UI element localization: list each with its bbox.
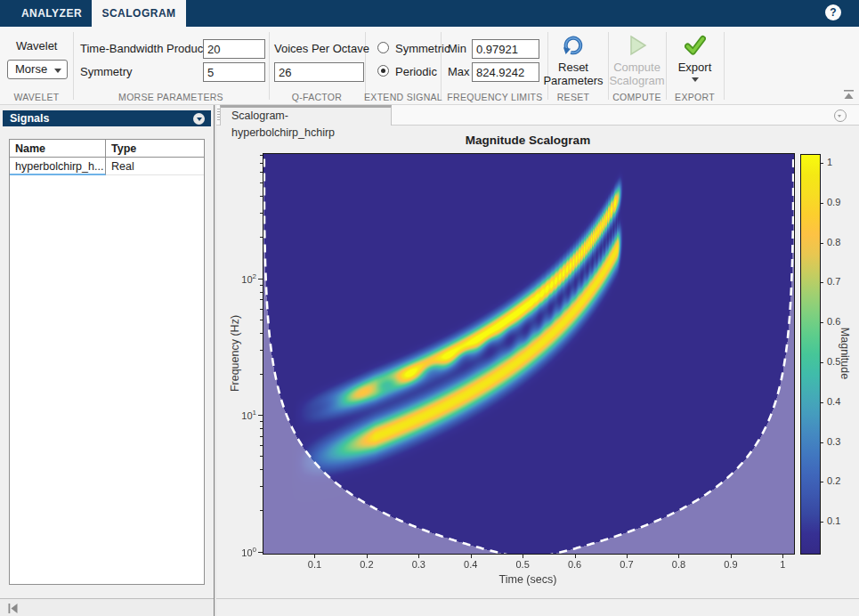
y-minor-tick bbox=[260, 292, 263, 293]
freq-max-label: Max bbox=[448, 65, 470, 78]
main-bottom-strip bbox=[216, 598, 859, 616]
x-tick-label: 0.5 bbox=[509, 559, 536, 570]
x-tick-label: 0.4 bbox=[458, 559, 484, 570]
wavelet-caption: WAVELET bbox=[5, 92, 68, 102]
freq-min-label: Min bbox=[448, 42, 466, 55]
y-minor-tick bbox=[260, 421, 263, 422]
collapse-panel-icon[interactable] bbox=[7, 603, 19, 614]
panel-menu-icon[interactable] bbox=[193, 113, 205, 125]
wavelet-label: Wavelet bbox=[16, 39, 57, 53]
scalogram-doc-tab[interactable]: Scalogram-hyperbolchirp_hchirp bbox=[220, 105, 392, 126]
x-tick-label: 0.3 bbox=[405, 559, 432, 570]
ribbon-toolbar: Wavelet Morse WAVELET Time-Bandwidth Pro… bbox=[0, 27, 859, 105]
y-axis-label: Frequency (Hz) bbox=[229, 229, 241, 478]
reset-caption: RESET bbox=[539, 92, 608, 102]
y-minor-tick bbox=[260, 213, 263, 214]
y-tick bbox=[258, 552, 263, 553]
y-minor-tick bbox=[260, 428, 263, 429]
voices-input[interactable] bbox=[274, 62, 364, 82]
colorbar-tick-label: 1 bbox=[827, 157, 852, 167]
colorbar[interactable] bbox=[800, 154, 821, 555]
colorbar-tick-label: 0.1 bbox=[827, 515, 852, 526]
y-minor-tick bbox=[260, 155, 263, 156]
export-check-icon bbox=[685, 35, 706, 56]
collapse-ribbon-icon[interactable] bbox=[843, 89, 855, 101]
x-tick-label: 1 bbox=[769, 559, 796, 570]
y-tick bbox=[258, 415, 263, 416]
section-divider bbox=[73, 32, 74, 100]
signals-table: Name Type hyperbolchirp_h... Real bbox=[9, 139, 205, 585]
tab-analyzer[interactable]: ANALYZER bbox=[18, 0, 85, 27]
x-tick bbox=[678, 554, 679, 558]
wavelet-dropdown[interactable]: Morse bbox=[7, 60, 68, 79]
compute-caption: COMPUTE bbox=[608, 92, 666, 102]
voices-label: Voices Per Octave bbox=[274, 42, 369, 55]
x-tick bbox=[367, 554, 368, 558]
symmetry-input[interactable] bbox=[203, 62, 265, 82]
x-tick bbox=[314, 554, 315, 558]
x-tick bbox=[731, 554, 732, 558]
column-header-type[interactable]: Type bbox=[106, 140, 204, 158]
signals-panel-title: Signals bbox=[10, 110, 49, 126]
radio-periodic[interactable] bbox=[377, 65, 389, 77]
x-tick-label: 0.1 bbox=[301, 559, 328, 570]
scalogram-panel: Scalogram-hyperbolchirp_hchirp Magnitude… bbox=[216, 105, 859, 616]
compute-scalogram-button[interactable]: Compute Scalogram bbox=[608, 32, 666, 89]
reset-parameters-button[interactable]: Reset Parameters bbox=[539, 32, 608, 89]
x-axis-label: Time (secs) bbox=[263, 573, 793, 586]
x-tick-label: 0.7 bbox=[613, 559, 640, 570]
compute-label-line1: Compute bbox=[608, 61, 666, 74]
y-tick-label: 100 bbox=[233, 546, 256, 558]
symmetric-label: Symmetric bbox=[395, 42, 450, 55]
colorbar-label: Magnitude bbox=[839, 229, 851, 478]
periodic-label: Periodic bbox=[395, 65, 437, 78]
x-tick-label: 0.9 bbox=[717, 559, 744, 570]
signal-row-type[interactable]: Real bbox=[106, 158, 204, 175]
x-tick-label: 0.8 bbox=[665, 559, 692, 570]
tab-scalogram[interactable]: SCALOGRAM bbox=[92, 0, 186, 27]
qfactor-caption: Q-FACTOR bbox=[272, 92, 361, 102]
document-tab-strip: Scalogram-hyperbolchirp_hchirp bbox=[216, 105, 859, 126]
y-minor-tick bbox=[260, 172, 263, 173]
app-window: { "app": { "tab_analyzer": "ANALYZER", "… bbox=[0, 0, 859, 616]
symmetry-label: Symmetry bbox=[80, 65, 133, 78]
y-minor-tick bbox=[260, 333, 263, 334]
x-tick bbox=[471, 554, 472, 558]
y-minor-tick bbox=[260, 510, 263, 511]
y-minor-tick bbox=[260, 182, 263, 183]
x-tick bbox=[523, 554, 523, 558]
y-minor-tick bbox=[260, 299, 263, 300]
freq-min-input[interactable] bbox=[472, 39, 539, 59]
section-divider bbox=[269, 32, 270, 100]
y-minor-tick bbox=[260, 445, 263, 446]
y-minor-tick bbox=[260, 285, 263, 286]
reset-label-line1: Reset bbox=[539, 61, 608, 74]
y-minor-tick bbox=[260, 196, 263, 197]
export-button[interactable]: Export bbox=[666, 32, 724, 89]
y-minor-tick bbox=[260, 163, 263, 164]
signals-bottom-strip bbox=[0, 598, 214, 616]
reset-icon bbox=[562, 34, 585, 57]
tbp-input[interactable] bbox=[203, 39, 265, 59]
tbp-label: Time-Bandwidth Product bbox=[80, 42, 207, 55]
freq-max-input[interactable] bbox=[472, 62, 539, 82]
play-icon bbox=[626, 34, 649, 57]
scalogram-canvas[interactable] bbox=[263, 154, 794, 554]
y-minor-tick bbox=[260, 320, 263, 320]
radio-symmetric[interactable] bbox=[377, 42, 389, 53]
y-minor-tick bbox=[260, 486, 263, 487]
plot-axes bbox=[263, 153, 795, 555]
extend-caption: EXTEND SIGNAL bbox=[363, 92, 443, 102]
column-header-name[interactable]: Name bbox=[10, 140, 106, 158]
help-icon[interactable]: ? bbox=[825, 4, 841, 20]
export-caption: EXPORT bbox=[666, 92, 724, 102]
y-minor-tick bbox=[260, 374, 263, 375]
export-label: Export bbox=[666, 61, 724, 74]
tab-menu-icon[interactable] bbox=[834, 109, 847, 122]
compute-label-line2: Scalogram bbox=[608, 74, 666, 87]
signal-row-name[interactable]: hyperbolchirp_h... bbox=[10, 158, 106, 175]
y-minor-tick bbox=[260, 237, 263, 238]
x-tick bbox=[418, 554, 419, 558]
y-minor-tick bbox=[260, 350, 263, 351]
x-tick bbox=[782, 554, 783, 558]
